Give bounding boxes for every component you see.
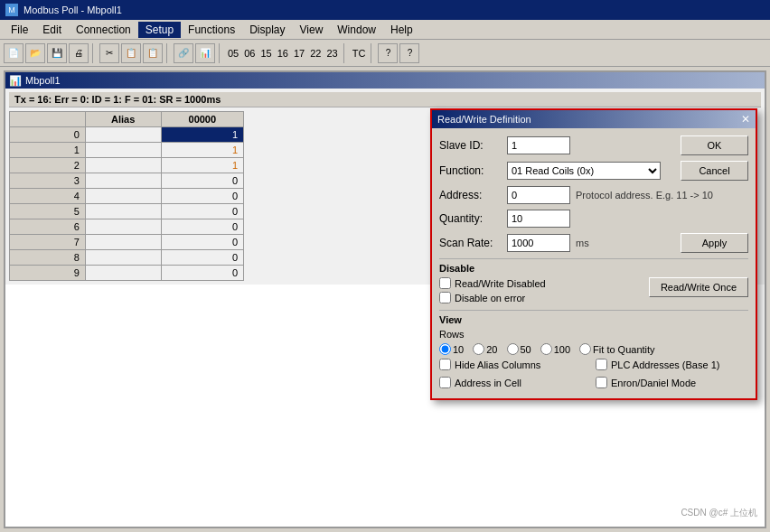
row-alias (85, 127, 161, 143)
watermark: CSDN @c# 上位机 (681, 507, 757, 519)
col-alias: Alias (85, 112, 161, 127)
row-value[interactable]: 1 (161, 158, 243, 173)
menu-help[interactable]: Help (383, 22, 420, 38)
row-value[interactable]: 0 (161, 250, 243, 266)
address-label: Address: (439, 189, 507, 201)
row-value[interactable]: 0 (161, 204, 243, 219)
address-in-cell-checkbox[interactable] (439, 377, 451, 388)
menu-bar: File Edit Connection Setup Functions Dis… (0, 20, 770, 40)
slave-id-label: Slave ID: (439, 139, 507, 152)
menu-setup[interactable]: Setup (138, 22, 181, 38)
toolbar-22[interactable]: 22 (308, 48, 323, 59)
function-select[interactable]: 01 Read Coils (0x) 02 Read Discrete Inpu… (507, 162, 661, 180)
table-row[interactable]: 21 (10, 158, 244, 173)
plc-addresses-row: PLC Addresses (Base 1) (596, 359, 748, 370)
apply-button[interactable]: Apply (681, 233, 748, 253)
row-alias (85, 158, 161, 173)
disable-label: Disable (439, 263, 748, 274)
menu-window[interactable]: Window (330, 22, 383, 38)
toolbar-17[interactable]: 17 (292, 48, 306, 59)
toolbar-tc[interactable]: TC (351, 48, 368, 59)
quantity-input[interactable] (507, 210, 570, 228)
row-50-radio[interactable] (507, 343, 519, 355)
quantity-label: Quantity: (439, 212, 507, 225)
read-write-disabled-row: Read/Write Disabled (439, 277, 546, 289)
toolbar-05[interactable]: 05 (226, 48, 240, 59)
toolbar-help[interactable]: ? (378, 43, 398, 63)
toolbar-new[interactable]: 📄 (4, 43, 23, 63)
menu-display[interactable]: Display (242, 22, 292, 38)
table-row[interactable]: 80 (10, 250, 244, 266)
menu-edit[interactable]: Edit (35, 22, 69, 38)
address-input[interactable] (507, 186, 570, 204)
enron-daniel-label: Enron/Daniel Mode (611, 378, 696, 388)
scan-rate-unit: ms (576, 238, 589, 248)
app-icon: M (5, 4, 18, 16)
table-row[interactable]: 90 (10, 266, 244, 281)
rw-dialog: Read/Write Definition ✕ Slave ID: OK Fun… (430, 108, 757, 400)
row-value[interactable]: 0 (161, 173, 243, 189)
toolbar-chart[interactable]: 📊 (195, 43, 215, 63)
enron-daniel-checkbox[interactable] (596, 377, 607, 388)
row-value[interactable]: 0 (161, 266, 243, 281)
row-10-label: 10 (439, 343, 464, 355)
toolbar-sep3 (219, 43, 222, 63)
table-row[interactable]: 60 (10, 219, 244, 235)
toolbar-16[interactable]: 16 (276, 48, 290, 59)
row-fit-radio[interactable] (579, 343, 591, 355)
menu-functions[interactable]: Functions (181, 22, 242, 38)
row-index: 6 (10, 219, 86, 235)
row-value[interactable]: 1 (161, 127, 243, 143)
row-index: 5 (10, 204, 86, 219)
rows-radio-row: 10 20 50 100 (439, 343, 748, 355)
table-row[interactable]: 30 (10, 173, 244, 189)
plc-addresses-checkbox[interactable] (596, 359, 607, 370)
toolbar-06[interactable]: 06 (242, 48, 257, 59)
toolbar-copy[interactable]: 📋 (121, 43, 141, 63)
rw-dialog-close[interactable]: ✕ (741, 113, 750, 126)
table-row[interactable]: 50 (10, 204, 244, 219)
ok-button[interactable]: OK (681, 135, 748, 155)
table-row[interactable]: 70 (10, 235, 244, 250)
row-value[interactable]: 0 (161, 219, 243, 235)
menu-file[interactable]: File (4, 22, 35, 38)
toolbar-cut[interactable]: ✂ (99, 43, 119, 63)
row-100-radio[interactable] (540, 343, 552, 355)
mdi-window-icon: 📊 (9, 75, 22, 87)
title-text: Modbus Poll - Mbpoll1 (23, 5, 122, 15)
table-row[interactable]: 11 (10, 143, 244, 158)
row-value[interactable]: 0 (161, 189, 243, 204)
menu-view[interactable]: View (293, 22, 331, 38)
scan-rate-input[interactable] (507, 234, 570, 252)
menu-connection[interactable]: Connection (69, 22, 138, 38)
cancel-button[interactable]: Cancel (681, 161, 748, 181)
read-write-once-button[interactable]: Read/Write Once (649, 277, 748, 297)
slave-id-input[interactable] (507, 136, 570, 154)
toolbar-paste[interactable]: 📋 (143, 43, 163, 63)
divider1 (439, 258, 748, 259)
toolbar-info[interactable]: ? (399, 43, 419, 63)
toolbar-23[interactable]: 23 (325, 48, 340, 59)
disable-on-error-row: Disable on error (439, 292, 546, 303)
toolbar-save[interactable]: 💾 (47, 43, 67, 63)
row-alias (85, 173, 161, 189)
row-10-radio[interactable] (439, 343, 451, 355)
row-index: 9 (10, 266, 86, 281)
read-write-disabled-checkbox[interactable] (439, 277, 451, 289)
hide-alias-checkbox[interactable] (439, 359, 451, 370)
row-20-radio[interactable] (473, 343, 484, 355)
toolbar-print[interactable]: 🖨 (69, 43, 89, 63)
main-area: 📊 Mbpoll1 Tx = 16: Err = 0: ID = 1: F = … (0, 67, 770, 532)
row-value[interactable]: 1 (161, 143, 243, 158)
enron-daniel-row: Enron/Daniel Mode (596, 377, 748, 388)
disable-on-error-checkbox[interactable] (439, 292, 451, 303)
toolbar-connect[interactable]: 🔗 (174, 43, 193, 63)
row-value[interactable]: 0 (161, 235, 243, 250)
toolbar-open[interactable]: 📂 (25, 43, 45, 63)
view-label: View (439, 314, 748, 325)
row-index: 2 (10, 158, 86, 173)
row-index: 3 (10, 173, 86, 189)
table-row[interactable]: 01 (10, 127, 244, 143)
toolbar-15[interactable]: 15 (259, 48, 274, 59)
table-row[interactable]: 40 (10, 189, 244, 204)
